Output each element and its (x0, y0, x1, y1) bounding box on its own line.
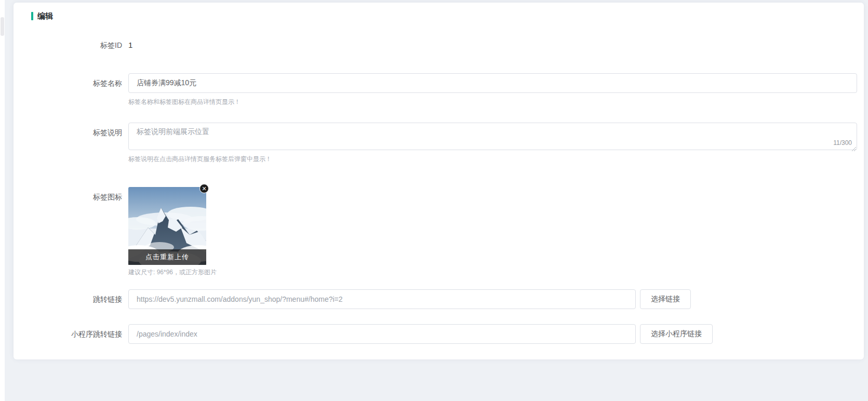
left-scrollbar-thumb[interactable] (1, 17, 4, 36)
edit-panel: 编辑 标签ID 1 标签名称 标签名称和标签图标在商品详情页显示！ 标签说明 标… (14, 3, 864, 359)
tag-name-input[interactable] (128, 73, 857, 93)
form-row-tag-id: 标签ID 1 (14, 40, 864, 50)
tag-id-value: 1 (128, 41, 132, 49)
resize-grip-icon[interactable] (851, 144, 856, 149)
page-title: 编辑 (37, 11, 53, 21)
form-row-miniprogram-link: 小程序跳转链接 选择小程序链接 (14, 324, 864, 344)
link-label: 跳转链接 (14, 289, 128, 309)
form-row-tag-desc: 标签说明 标签说明前端展示位置 11/300 标签说明在点击商品详情页服务标签后… (14, 123, 864, 164)
tag-name-label: 标签名称 (14, 73, 128, 93)
tag-name-help: 标签名称和标签图标在商品详情页显示！ (128, 98, 857, 106)
accent-bar (31, 12, 33, 20)
tag-desc-textarea[interactable]: 标签说明前端展示位置 (128, 123, 857, 150)
miniprogram-link-label: 小程序跳转链接 (14, 324, 128, 344)
char-counter: 11/300 (831, 139, 852, 146)
select-link-button[interactable]: 选择链接 (640, 289, 691, 309)
form-row-link: 跳转链接 选择链接 (14, 289, 864, 309)
select-miniprogram-link-button[interactable]: 选择小程序链接 (640, 324, 713, 344)
link-input[interactable] (128, 289, 636, 309)
icon-upload-box[interactable]: ✕ (128, 187, 206, 265)
reupload-overlay-button[interactable]: 点击重新上传 (128, 249, 206, 265)
panel-header: 编辑 (31, 11, 864, 21)
miniprogram-link-input[interactable] (128, 324, 636, 344)
remove-image-icon[interactable]: ✕ (199, 184, 209, 193)
tag-icon-help: 建议尺寸: 96*96，或正方形图片 (128, 268, 857, 277)
tag-desc-label: 标签说明 (14, 123, 128, 142)
left-scrollbar-track[interactable] (0, 0, 5, 401)
tag-desc-help: 标签说明在点击商品详情页服务标签后弹窗中显示！ (128, 155, 857, 164)
form-row-tag-icon: 标签图标 ✕ (14, 187, 864, 277)
tag-id-label: 标签ID (14, 40, 128, 50)
form-row-tag-name: 标签名称 标签名称和标签图标在商品详情页显示！ (14, 73, 864, 106)
tag-icon-label: 标签图标 (14, 187, 128, 207)
